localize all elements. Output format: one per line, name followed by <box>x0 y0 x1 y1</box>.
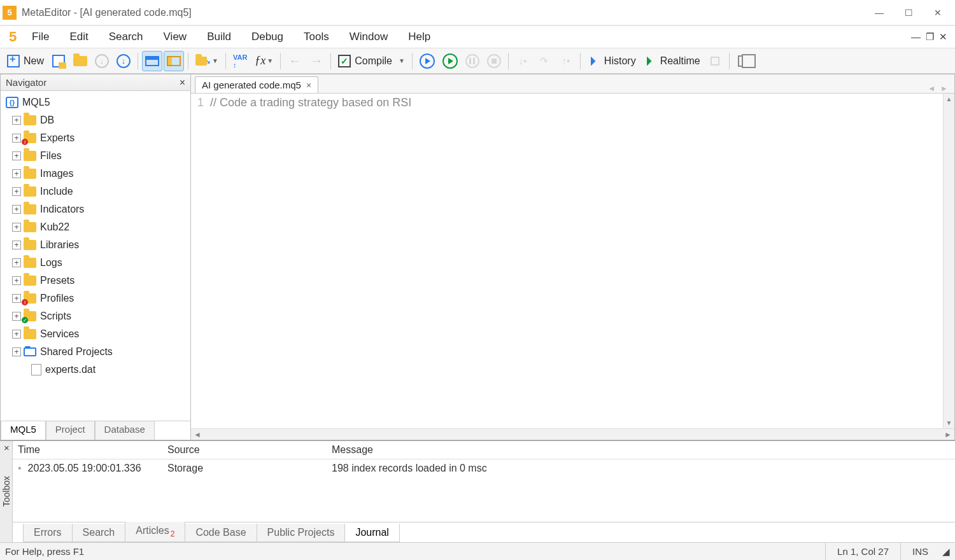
tb-tab-search[interactable]: Search <box>72 524 126 542</box>
tree-item[interactable]: + Logs <box>1 254 190 272</box>
tree-item[interactable]: + Images <box>1 165 190 183</box>
compile-button[interactable]: ✓Compile▼ <box>335 51 408 71</box>
download-icon: ↓ <box>95 54 109 68</box>
tb-tab-public-projects[interactable]: Public Projects <box>257 524 346 542</box>
expand-icon[interactable]: + <box>12 312 21 321</box>
code-editor[interactable]: 1 // Code a trading strategy based on RS… <box>191 94 954 428</box>
close-button[interactable]: ✕ <box>923 3 952 23</box>
menu-build[interactable]: Build <box>197 27 241 47</box>
mdi-close-button[interactable]: ✕ <box>939 31 947 43</box>
expand-icon[interactable]: + <box>12 276 21 285</box>
copy-button[interactable] <box>733 51 754 71</box>
header-source[interactable]: Source <box>162 441 327 459</box>
new-file-icon <box>52 55 65 67</box>
step-into-icon: ↓• <box>518 55 527 66</box>
open-button[interactable] <box>70 51 90 71</box>
navigator-close-button[interactable]: × <box>180 77 185 88</box>
tree-item[interactable]: + Kub22 <box>1 218 190 236</box>
folder-icon <box>24 222 36 232</box>
tree-item-label: Scripts <box>40 311 71 322</box>
window-title: MetaEditor - [AI generated code.mq5] <box>22 7 865 18</box>
menu-window[interactable]: Window <box>339 27 398 47</box>
tree-item[interactable]: + Libraries <box>1 236 190 254</box>
expand-icon[interactable]: + <box>12 347 21 356</box>
tab-scroll-left-button[interactable]: ◄ <box>928 84 935 93</box>
expand-icon[interactable]: + <box>12 223 21 232</box>
expand-icon[interactable]: + <box>12 330 21 339</box>
new-file-button[interactable] <box>48 51 69 71</box>
tree-item[interactable]: + Services <box>1 325 190 343</box>
expand-icon[interactable]: + <box>12 169 21 178</box>
editor-tab[interactable]: AI generated code.mq5 × <box>195 76 318 93</box>
toggle-window-button[interactable] <box>142 51 162 71</box>
tree-item[interactable]: + ! Experts <box>1 129 190 147</box>
realtime-button[interactable]: ⏵Realtime <box>640 51 704 71</box>
tree-item[interactable]: + Shared Projects <box>1 343 190 361</box>
header-time[interactable]: Time <box>13 441 162 459</box>
tree-root[interactable]: {} MQL5 <box>1 94 190 111</box>
run-test-button[interactable] <box>439 51 461 71</box>
tree-file[interactable]: experts.dat <box>1 361 190 379</box>
resize-grip[interactable]: ◢ <box>940 546 950 557</box>
tab-scroll-right-button[interactable]: ► <box>940 84 948 93</box>
editor-tab-close-button[interactable]: × <box>306 80 311 90</box>
expand-icon[interactable]: + <box>12 134 21 143</box>
tree-item[interactable]: + ! Profiles <box>1 290 190 307</box>
tb-tab-journal[interactable]: Journal <box>344 524 399 542</box>
expand-icon[interactable]: + <box>12 294 21 303</box>
tree-item[interactable]: + Indicators <box>1 200 190 218</box>
back-arrow-icon: ← <box>288 53 301 68</box>
download-button[interactable]: ↓ <box>113 51 134 71</box>
expand-icon[interactable]: + <box>12 187 21 196</box>
navigator-tabs: MQL5 Project Database <box>1 421 190 440</box>
separator <box>729 53 730 69</box>
var-button[interactable]: VAR↕ <box>230 51 250 71</box>
mdi-minimize-button[interactable]: — <box>911 31 921 43</box>
tb-tab-errors[interactable]: Errors <box>23 524 73 542</box>
code-line[interactable]: // Code a trading strategy based on RSI <box>206 94 954 428</box>
nav-tab-project[interactable]: Project <box>46 421 95 440</box>
tb-tab-codebase[interactable]: Code Base <box>185 524 257 542</box>
editor-tabs: AI generated code.mq5 × ◄ ► <box>191 74 954 94</box>
run-button[interactable] <box>416 51 438 71</box>
bookmark-button[interactable]: ↘▼ <box>192 51 222 71</box>
tree-item[interactable]: + ✓ Scripts <box>1 307 190 325</box>
toolbox-close-button[interactable]: × <box>1 441 12 454</box>
plus-icon <box>7 55 20 67</box>
history-button[interactable]: ⏵History <box>584 51 639 71</box>
maximize-button[interactable]: ☐ <box>894 3 923 23</box>
tree-item[interactable]: + Presets <box>1 272 190 290</box>
expand-icon[interactable]: + <box>12 258 21 267</box>
vertical-scrollbar[interactable]: ▲▼ <box>943 94 954 428</box>
folder-icon <box>24 276 36 286</box>
table-row[interactable]: •2023.05.05 19:00:01.336 Storage 198 ind… <box>13 459 955 477</box>
tree-item[interactable]: + Include <box>1 183 190 200</box>
minimize-button[interactable]: — <box>865 3 894 23</box>
menu-file[interactable]: File <box>22 27 59 47</box>
function-button[interactable]: ƒx▼ <box>251 51 276 71</box>
menu-search[interactable]: Search <box>99 27 153 47</box>
tree-item[interactable]: + DB <box>1 111 190 129</box>
play-green-icon <box>442 53 458 69</box>
nav-tab-mql5[interactable]: MQL5 <box>1 421 46 440</box>
expand-icon[interactable]: + <box>12 241 21 249</box>
menu-tools[interactable]: Tools <box>294 27 339 47</box>
mdi-restore-button[interactable]: ❐ <box>926 31 934 43</box>
expand-icon[interactable]: + <box>12 205 21 214</box>
new-button[interactable]: New <box>4 51 47 71</box>
menu-debug[interactable]: Debug <box>241 27 294 47</box>
header-message[interactable]: Message <box>327 441 955 459</box>
expand-icon[interactable]: + <box>12 151 21 160</box>
tree-item[interactable]: + Files <box>1 147 190 165</box>
toggle-navigator-button[interactable] <box>164 51 184 71</box>
nav-tab-database[interactable]: Database <box>95 421 155 440</box>
navigator-title: Navigator <box>6 77 46 88</box>
horizontal-scrollbar[interactable]: ◄► <box>191 428 954 440</box>
menu-edit[interactable]: Edit <box>59 27 98 47</box>
menu-help[interactable]: Help <box>398 27 441 47</box>
stop-button <box>484 51 504 71</box>
tb-tab-articles[interactable]: Articles2 <box>125 522 185 542</box>
menu-view[interactable]: View <box>153 27 197 47</box>
navigator-tree[interactable]: {} MQL5 + DB+ ! Experts+ Files+ Images+ … <box>1 91 190 421</box>
expand-icon[interactable]: + <box>12 116 21 125</box>
